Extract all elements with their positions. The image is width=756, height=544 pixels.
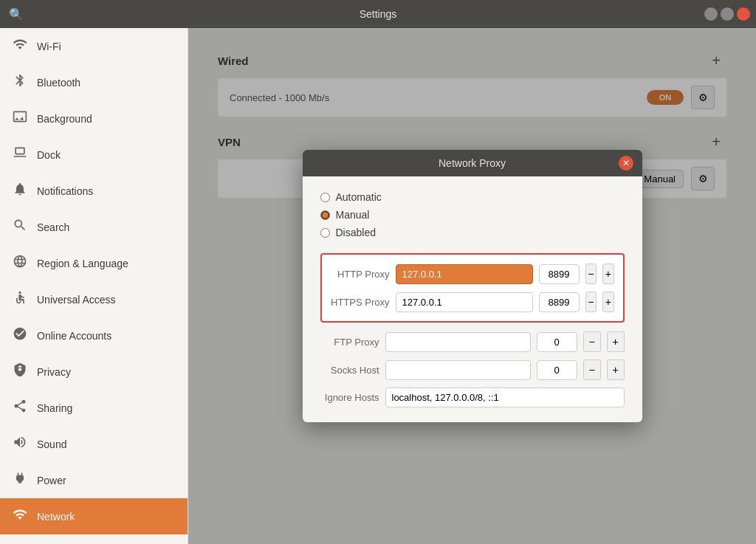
ignore-hosts-label: Ignore Hosts: [320, 392, 379, 403]
socks-port-increment[interactable]: +: [607, 359, 625, 380]
sidebar-item-network[interactable]: Network: [0, 498, 188, 534]
sidebar-item-privacy[interactable]: Privacy: [0, 354, 188, 390]
sidebar-item-dock[interactable]: Dock: [0, 137, 188, 173]
power-icon: [12, 471, 28, 489]
radio-manual[interactable]: Manual: [320, 209, 625, 221]
sidebar-access-label: Universal Access: [37, 294, 176, 306]
ftp-proxy-port-input[interactable]: [537, 332, 577, 352]
ftp-proxy-row: FTP Proxy − +: [320, 331, 625, 352]
socks-host-input[interactable]: [385, 360, 531, 380]
network-icon: [12, 507, 28, 526]
dock-icon: [12, 145, 28, 164]
sidebar-item-bluetooth[interactable]: Bluetooth: [0, 64, 188, 100]
radio-automatic[interactable]: Automatic: [320, 191, 625, 203]
window-controls: [704, 7, 750, 21]
sidebar-sound-label: Sound: [37, 438, 176, 450]
app-layout: Wi-Fi Bluetooth Background Dock Notifica: [0, 28, 756, 544]
modal-title: Network Proxy: [439, 157, 506, 169]
bluetooth-icon: [12, 73, 28, 92]
radio-disabled-label: Disabled: [336, 227, 376, 238]
sidebar-dock-label: Dock: [37, 149, 176, 161]
region-icon: [12, 254, 28, 272]
maximize-button[interactable]: [721, 7, 734, 21]
sidebar-item-devices[interactable]: Devices ›: [0, 534, 188, 544]
http-proxy-port-decrement[interactable]: −: [585, 264, 597, 284]
sidebar-region-label: Region & Language: [37, 258, 176, 269]
notifications-icon: [12, 182, 28, 200]
app-title: Settings: [360, 8, 397, 20]
wifi-icon: [12, 37, 28, 55]
sidebar-wifi-label: Wi-Fi: [37, 41, 176, 52]
radio-automatic-input[interactable]: [320, 193, 330, 202]
socks-host-label: Socks Host: [320, 365, 379, 376]
http-proxy-row: HTTP Proxy − +: [331, 264, 614, 284]
svg-point-0: [18, 292, 21, 294]
sidebar-item-sharing[interactable]: Sharing: [0, 390, 188, 426]
ignore-hosts-row: Ignore Hosts: [320, 388, 625, 407]
sidebar-privacy-label: Privacy: [37, 366, 176, 378]
close-button[interactable]: [737, 7, 750, 21]
background-icon: [12, 109, 28, 128]
sidebar-sharing-label: Sharing: [37, 402, 176, 414]
network-proxy-modal: Network Proxy ✕ Automatic Manual: [303, 150, 642, 422]
sidebar-item-search[interactable]: Search: [0, 209, 188, 245]
access-icon: [12, 290, 28, 309]
sidebar-item-notifications[interactable]: Notifications: [0, 173, 188, 209]
socks-host-row: Socks Host − +: [320, 359, 625, 380]
ftp-proxy-port-increment[interactable]: +: [607, 331, 625, 352]
proxy-method-group: Automatic Manual Disabled: [320, 191, 625, 238]
https-proxy-port-input[interactable]: [539, 292, 580, 312]
http-proxy-host-input[interactable]: [396, 264, 533, 284]
search-icon[interactable]: 🔍: [6, 4, 27, 24]
sidebar-online-label: Online Accounts: [37, 330, 176, 342]
modal-overlay: Network Proxy ✕ Automatic Manual: [188, 28, 756, 544]
privacy-icon: [12, 362, 28, 381]
sidebar-item-background[interactable]: Background: [0, 100, 188, 137]
radio-manual-input[interactable]: [320, 210, 330, 220]
https-proxy-row: HTTPS Proxy − +: [331, 292, 614, 312]
sidebar-search-label: Search: [37, 221, 176, 233]
radio-disabled[interactable]: Disabled: [320, 227, 625, 238]
online-accounts-icon: [12, 326, 28, 345]
main-content: Wired + Connected - 1000 Mb/s ON ⚙ VPN +…: [188, 28, 756, 544]
sidebar-network-label: Network: [37, 511, 176, 523]
radio-disabled-input[interactable]: [320, 228, 330, 238]
ignore-hosts-input[interactable]: [385, 388, 625, 407]
https-proxy-host-input[interactable]: [396, 292, 533, 312]
radio-manual-label: Manual: [336, 209, 370, 221]
sidebar-item-sound[interactable]: Sound: [0, 426, 188, 462]
sidebar-item-wifi[interactable]: Wi-Fi: [0, 28, 188, 64]
sidebar-item-power[interactable]: Power: [0, 462, 188, 498]
sidebar-background-label: Background: [37, 113, 176, 125]
http-proxy-port-increment[interactable]: +: [602, 264, 614, 284]
ftp-proxy-label: FTP Proxy: [320, 337, 379, 348]
socks-host-port-input[interactable]: [537, 360, 577, 380]
socks-port-decrement[interactable]: −: [583, 359, 601, 380]
sidebar-item-region[interactable]: Region & Language: [0, 245, 188, 281]
proxy-fields-highlighted: HTTP Proxy − + HTTPS Proxy − +: [320, 253, 625, 323]
modal-body: Automatic Manual Disabled: [303, 176, 642, 422]
minimize-button[interactable]: [704, 7, 718, 21]
modal-close-button[interactable]: ✕: [619, 156, 633, 171]
modal-titlebar: Network Proxy ✕: [303, 150, 642, 176]
sidebar-notifications-label: Notifications: [37, 185, 176, 197]
titlebar: 🔍 Settings: [0, 0, 756, 28]
sound-icon: [12, 435, 28, 453]
sharing-icon: [12, 399, 28, 417]
ftp-proxy-host-input[interactable]: [385, 332, 531, 352]
https-proxy-port-increment[interactable]: +: [602, 292, 614, 312]
sidebar: Wi-Fi Bluetooth Background Dock Notifica: [0, 28, 188, 544]
radio-automatic-label: Automatic: [336, 191, 382, 203]
sidebar-item-universal-access[interactable]: Universal Access: [0, 281, 188, 317]
http-proxy-port-input[interactable]: [539, 264, 580, 284]
sidebar-bluetooth-label: Bluetooth: [37, 77, 176, 89]
https-proxy-label: HTTPS Proxy: [331, 297, 390, 308]
http-proxy-label: HTTP Proxy: [331, 269, 390, 280]
https-proxy-port-decrement[interactable]: −: [585, 292, 597, 312]
ftp-proxy-port-decrement[interactable]: −: [583, 331, 601, 352]
sidebar-item-online-accounts[interactable]: Online Accounts: [0, 317, 188, 354]
sidebar-power-label: Power: [37, 475, 176, 486]
search-sidebar-icon: [12, 218, 28, 236]
